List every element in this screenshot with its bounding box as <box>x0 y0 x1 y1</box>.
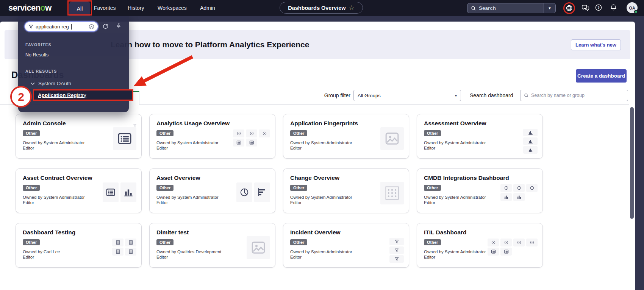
refresh-icon[interactable] <box>102 23 109 30</box>
menu-filter-input[interactable]: application reg <box>24 21 98 32</box>
top-nav: servicenow All Favorites History Workspa… <box>0 0 644 16</box>
funnel-icon <box>394 257 399 262</box>
favorites-empty-text: No Results <box>25 52 48 58</box>
current-page-pill[interactable]: Dashboards Overview ☆ <box>280 2 363 14</box>
card-badge: Other <box>290 239 307 245</box>
bars-icon <box>528 148 533 153</box>
vertical-scrollbar[interactable] <box>630 107 634 219</box>
card-thumbnail <box>113 127 136 150</box>
dashboard-card[interactable]: Analytics Usage OverviewOtherOwned by Sy… <box>149 114 275 159</box>
grid-icon <box>128 240 133 245</box>
dashboard-card[interactable]: CMDB Integrations DashboardOtherOwned by… <box>417 168 543 213</box>
chevron-down-icon: ▾ <box>455 94 457 98</box>
global-search-placeholder: Search <box>479 5 496 11</box>
chat-icon[interactable] <box>581 4 590 12</box>
annotation-step-circle: 2 <box>10 86 32 108</box>
all-results-section-header: ALL RESULTS <box>25 69 57 73</box>
filter-funnel-icon <box>133 122 137 129</box>
list-icon <box>117 131 132 146</box>
globe-icon-red-circled[interactable] <box>563 2 575 14</box>
image-icon <box>251 240 266 255</box>
funnel-icon <box>394 248 399 253</box>
ring-icon <box>262 131 267 136</box>
nav-item-favorites[interactable]: Favorites <box>94 0 116 16</box>
card-thumbnail <box>488 239 538 256</box>
card-owner: Owned by System Administrator <box>290 249 402 254</box>
menu-item-application-registry[interactable]: Application Registry <box>33 89 133 101</box>
chevron-down-icon <box>31 82 35 85</box>
dashboard-card[interactable]: Change OverviewOtherOwned by System Admi… <box>283 168 409 213</box>
list-icon <box>504 249 509 254</box>
global-search-input[interactable]: Search ▾ <box>467 3 556 13</box>
search-icon <box>524 93 529 98</box>
card-title: ITIL Dashboard <box>424 229 536 236</box>
card-title: Asset Overview <box>156 175 268 181</box>
dots-icon <box>385 186 400 201</box>
card-badge: Other <box>290 185 307 191</box>
bars-icon <box>517 195 522 200</box>
funnel-icon <box>133 124 137 128</box>
list-icon <box>491 249 496 254</box>
annotation-red-box-all <box>67 0 92 16</box>
ring-icon <box>517 186 522 190</box>
dashboard-card[interactable]: Dimiter testOtherOwned by Qualtrics Deve… <box>149 223 275 268</box>
bars-icon <box>528 130 533 135</box>
ring-icon <box>530 186 535 190</box>
dashboard-card[interactable]: Asset OverviewOtherOwned by System Admin… <box>149 168 275 213</box>
help-icon[interactable]: ? <box>595 4 602 11</box>
dashboard-search-input[interactable]: Search by name or group <box>520 90 628 101</box>
group-filter-select[interactable]: All Groups ▾ <box>353 90 461 101</box>
svg-text:?: ? <box>597 6 600 9</box>
filter-funnel-icon <box>28 24 33 29</box>
current-page-label: Dashboards Overview <box>288 5 345 11</box>
card-owner: Owned by System Administrator <box>424 140 536 145</box>
bars-icon <box>123 187 133 197</box>
favorite-star-icon[interactable]: ☆ <box>349 4 355 12</box>
search-scope-dropdown[interactable]: ▾ <box>544 3 555 13</box>
grid-icon <box>116 240 120 245</box>
card-badge: Other <box>156 130 174 136</box>
card-badge: Other <box>424 185 441 191</box>
menu-group-system-oauth[interactable]: System OAuth <box>31 81 71 86</box>
card-badge: Other <box>156 239 174 245</box>
list-icon <box>106 187 116 197</box>
dashboard-card[interactable]: Incident OverviewOtherOwned by System Ad… <box>283 223 409 268</box>
card-title: Assessment Overview <box>424 120 536 127</box>
nav-item-workspaces[interactable]: Workspaces <box>158 0 187 16</box>
pin-icon[interactable] <box>116 23 122 29</box>
card-badge: Other <box>156 185 174 191</box>
dashboard-card[interactable]: ITIL DashboardOtherOwned by System Admin… <box>417 223 543 268</box>
online-status-dot <box>634 10 638 14</box>
card-thumbnail <box>236 182 270 202</box>
bars-icon <box>504 195 509 200</box>
create-dashboard-button[interactable]: Create a dashboard <box>576 69 627 83</box>
learn-whats-new-button[interactable]: Learn what's new <box>571 39 621 50</box>
card-badge: Other <box>23 185 40 191</box>
dashboard-card[interactable]: Application FingerprintsOtherOwned by Sy… <box>283 114 409 159</box>
ring-icon <box>236 131 241 136</box>
nav-item-history[interactable]: History <box>128 0 144 16</box>
search-icon <box>471 6 476 11</box>
card-thumbnail <box>247 236 270 259</box>
notifications-bell-icon[interactable] <box>610 4 617 11</box>
list-icon <box>236 140 241 145</box>
servicenow-logo[interactable]: servicenow <box>8 3 52 13</box>
bars-icon <box>528 139 533 144</box>
card-title: Asset Contract Overview <box>23 175 134 181</box>
dashboard-card[interactable]: Asset Contract OverviewOtherOwned by Sys… <box>16 168 142 213</box>
group-filter-label: Group filter <box>295 92 350 98</box>
image-icon <box>385 131 400 146</box>
pie-icon <box>239 187 249 197</box>
nav-item-admin[interactable]: Admin <box>200 0 215 16</box>
clear-input-icon[interactable] <box>89 24 94 30</box>
favorites-section-header: FAVORITES <box>25 42 52 47</box>
text-cursor <box>71 24 72 30</box>
card-thumbnail <box>380 127 404 150</box>
dashboard-card[interactable]: Admin ConsoleOtherOwned by System Admini… <box>16 114 142 159</box>
card-title: Dimiter test <box>156 229 268 236</box>
card-role: Editor <box>290 254 402 260</box>
user-avatar[interactable]: QA <box>627 2 638 13</box>
dashboard-card[interactable]: Assessment OverviewOtherOwned by System … <box>417 114 543 159</box>
card-badge: Other <box>424 130 441 136</box>
dashboard-card[interactable]: Dashboard TestingOtherOwned by Carl LeeE… <box>16 223 142 268</box>
